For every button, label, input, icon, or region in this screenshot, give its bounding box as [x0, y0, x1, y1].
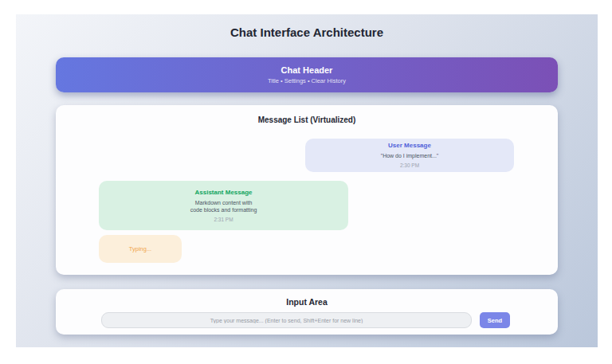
page-background: Chat Interface Architecture Chat Header …	[0, 0, 612, 364]
message-list-title: Message List (Virtualized)	[56, 105, 558, 125]
chat-header-bar: Chat Header Title • Settings • Clear His…	[56, 57, 558, 92]
message-list-panel: Message List (Virtualized) User Message …	[56, 105, 558, 275]
typing-indicator: Typing...	[99, 235, 182, 263]
input-area-panel: Input Area Send	[56, 289, 558, 335]
assistant-message-bubble: Assistant Message Markdown content with …	[99, 181, 348, 230]
chat-header-subtitle: Title • Settings • Clear History	[268, 77, 346, 84]
assistant-message-body-line: Markdown content with	[190, 199, 257, 207]
input-row: Send	[101, 312, 510, 328]
assistant-message-title: Assistant Message	[194, 189, 252, 197]
assistant-message-body-line: code blocks and formatting	[190, 206, 257, 214]
assistant-message-time: 2:31 PM	[214, 217, 233, 223]
app-container: Chat Interface Architecture Chat Header …	[16, 14, 598, 347]
user-message-body: "How do I implement..."	[381, 152, 439, 160]
input-area-title: Input Area	[56, 289, 558, 307]
typing-indicator-label: Typing...	[129, 245, 151, 252]
chat-header-title: Chat Header	[281, 65, 333, 75]
send-button[interactable]: Send	[480, 312, 510, 328]
user-message-time: 2:30 PM	[400, 162, 419, 169]
user-message-title: User Message	[388, 142, 431, 150]
user-message-bubble: User Message "How do I implement..." 2:3…	[305, 139, 514, 172]
page-title: Chat Interface Architecture	[16, 14, 598, 40]
assistant-message-body: Markdown content with code blocks and fo…	[190, 199, 257, 214]
message-input[interactable]	[101, 312, 472, 328]
